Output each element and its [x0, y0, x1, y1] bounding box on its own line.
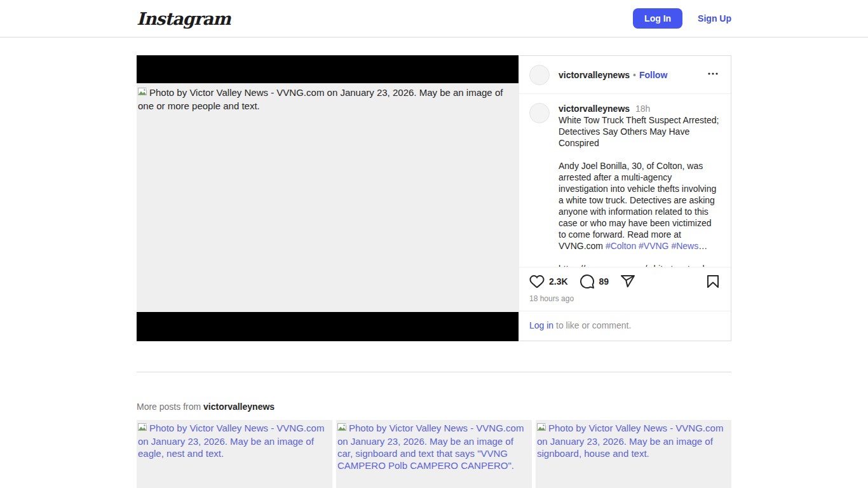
- caption-row: victorvalleynews 18h White Tow Truck The…: [529, 103, 721, 267]
- post-image-broken: Photo by Victor Valley News - VVNG.com o…: [137, 83, 519, 115]
- share-icon: [620, 274, 635, 289]
- actions-row: 2.3K 89: [519, 268, 731, 289]
- comments-count: 89: [599, 276, 609, 287]
- thumbnail-post-2[interactable]: Photo by Victor Valley News - VVNG.com o…: [336, 420, 532, 488]
- avatar[interactable]: [529, 65, 550, 85]
- media-letterbox-top: [137, 55, 519, 83]
- thumbnail-alt-text: Photo by Victor Valley News - VVNG.com o…: [337, 423, 524, 471]
- login-prompt-link[interactable]: Log in: [529, 320, 553, 330]
- log-in-button[interactable]: Log In: [633, 8, 682, 29]
- share-button[interactable]: [620, 274, 635, 289]
- comment-group: 89: [580, 274, 609, 289]
- login-prompt: Log in to like or comment.: [519, 311, 731, 341]
- caption-area: victorvalleynews 18h White Tow Truck The…: [519, 94, 731, 267]
- broken-image-icon: [337, 423, 348, 435]
- thumbnail-alt-text: Photo by Victor Valley News - VVNG.com o…: [537, 423, 723, 459]
- post-actions-section: 2.3K 89: [519, 267, 731, 341]
- more-options-button[interactable]: [702, 62, 724, 87]
- main-content: Photo by Victor Valley News - VVNG.com o…: [137, 55, 731, 488]
- more-posts-username[interactable]: victorvalleynews: [203, 402, 275, 412]
- more-posts-grid: Photo by Victor Valley News - VVNG.com o…: [137, 420, 731, 488]
- comment-icon: [580, 274, 595, 289]
- top-nav-inner: Instagram Log In Sign Up: [137, 8, 731, 29]
- dot-separator: •: [633, 70, 636, 80]
- post-media: Photo by Victor Valley News - VVNG.com o…: [137, 55, 519, 341]
- follow-link[interactable]: Follow: [639, 70, 667, 80]
- caption-hashtags[interactable]: #Colton #VVNG #News: [606, 241, 698, 251]
- likes-count: 2.3K: [549, 276, 568, 287]
- post-username[interactable]: victorvalleynews: [559, 70, 630, 80]
- sign-up-link[interactable]: Sign Up: [698, 13, 731, 24]
- caption-username[interactable]: victorvalleynews: [559, 104, 630, 114]
- save-button[interactable]: [705, 274, 721, 289]
- caption-avatar[interactable]: [529, 103, 550, 123]
- nav-actions: Log In Sign Up: [633, 8, 731, 29]
- more-posts-prefix: More posts from: [137, 402, 203, 412]
- heart-icon: [529, 274, 545, 289]
- login-prompt-text: to like or comment.: [553, 320, 631, 330]
- post-sidebar: victorvalleynews • Follow victorvalleyne…: [519, 55, 731, 341]
- comment-button[interactable]: [580, 274, 595, 289]
- post-image-alt-text: Photo by Victor Valley News - VVNG.com o…: [138, 87, 503, 111]
- caption-time: 18h: [635, 104, 650, 114]
- broken-image-icon: [138, 423, 148, 435]
- caption-body: victorvalleynews 18h White Tow Truck The…: [559, 103, 721, 267]
- section-divider: [137, 372, 731, 372]
- like-group: 2.3K: [529, 274, 568, 289]
- caption-head: victorvalleynews 18h: [559, 103, 721, 114]
- thumbnail-alt-text: Photo by Victor Valley News - VVNG.com o…: [138, 423, 324, 459]
- like-button[interactable]: [529, 274, 545, 289]
- caption-more-ellipsis: …: [698, 241, 707, 251]
- bookmark-icon: [705, 274, 721, 289]
- thumbnail-post-1[interactable]: Photo by Victor Valley News - VVNG.com o…: [137, 420, 332, 488]
- thumbnail-post-3[interactable]: Photo by Victor Valley News - VVNG.com o…: [536, 420, 731, 488]
- post-card: Photo by Victor Valley News - VVNG.com o…: [137, 55, 731, 341]
- ellipsis-icon: [705, 66, 721, 83]
- top-nav: Instagram Log In Sign Up: [0, 0, 868, 37]
- media-letterbox-bottom: [137, 312, 519, 341]
- share-group: [620, 274, 635, 289]
- caption-paragraph: Andy Joel Bonilla, 30, of Colton, was ar…: [559, 160, 721, 252]
- caption-title: White Tow Truck Theft Suspect Arrested; …: [559, 114, 721, 149]
- broken-image-icon: [537, 423, 547, 435]
- more-posts-title: More posts from victorvalleynews: [137, 402, 731, 412]
- post-header: victorvalleynews • Follow: [519, 56, 731, 94]
- post-timestamp: 18 hours ago: [519, 289, 731, 311]
- caption-text: Andy Joel Bonilla, 30, of Colton, was ar…: [559, 161, 716, 251]
- broken-image-icon: [138, 87, 148, 100]
- instagram-logo[interactable]: Instagram: [137, 9, 231, 29]
